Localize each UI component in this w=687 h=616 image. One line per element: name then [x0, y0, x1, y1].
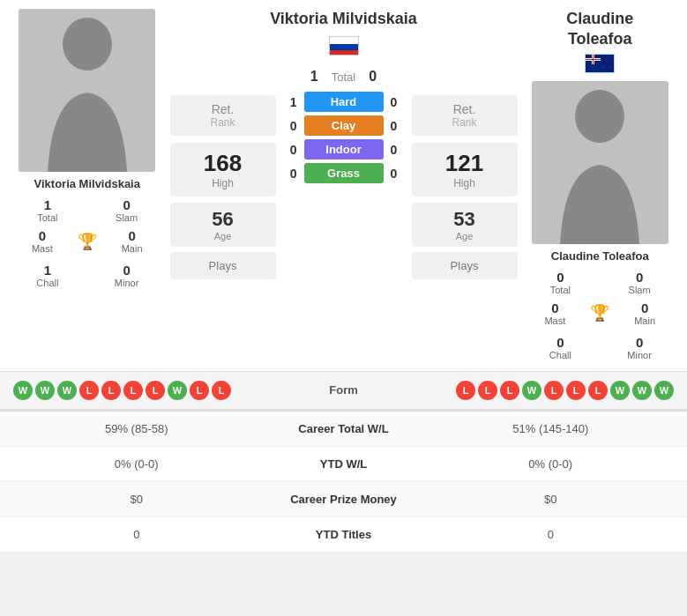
left-player-area: Viktoria Milvidskaia 1 Total 0 Slam 0 Ma…: [9, 9, 166, 362]
surface-row-clay: 0 Clay 0: [281, 115, 407, 136]
form-l1-4: L: [146, 381, 165, 400]
player1-rank-box: Ret. Rank: [170, 95, 276, 136]
player2-chall-label: Chall: [522, 350, 600, 360]
top-area: Viktoria Milvidskaia 1 Total 0 Slam 0 Ma…: [0, 0, 687, 371]
form-l1-5: L: [190, 381, 209, 400]
player1-minor-cell: 0 Minor: [88, 261, 166, 290]
ytd-titles-p1: 0: [18, 528, 256, 541]
form-badges-right: L L L W L L L W W W: [379, 381, 675, 400]
player2-rank-high-box: 121 High: [412, 143, 518, 197]
form-l2-6: L: [588, 381, 608, 400]
player1-chall-value: 1: [9, 263, 86, 278]
player1-silhouette: [39, 18, 136, 172]
svg-point-14: [575, 90, 624, 143]
form-l2-2: L: [478, 381, 497, 400]
player1-rank-high-box: 168 High: [170, 143, 276, 197]
player2-ret-label: Ret.: [425, 102, 504, 116]
player2-chall-value: 0: [522, 335, 600, 350]
grass-p2: 0: [391, 167, 407, 181]
player2-stats-grid: 0 Total 0 Slam: [522, 268, 679, 297]
bottom-stats-table: 59% (85-58) Career Total W/L 51% (145-14…: [0, 410, 687, 553]
player2-age-label: Age: [425, 231, 504, 241]
player1-age-label: Age: [183, 231, 263, 241]
form-w2-3: W: [632, 381, 652, 400]
form-l2-4: L: [544, 381, 564, 400]
player1-mast-label: Mast: [9, 243, 76, 254]
player1-age-box: 56 Age: [170, 203, 276, 247]
player2-photo: [532, 81, 668, 244]
form-l1-3: L: [123, 381, 143, 400]
player2-main-value: 0: [611, 301, 678, 315]
player1-name: Viktoria Milvidskaia: [34, 177, 140, 190]
player1-rank-high: 168: [177, 150, 269, 177]
player2-flag-container: ✦ ✦ ✦ ✦: [585, 54, 615, 76]
player1-flag-container: [329, 36, 359, 58]
nz-flag: ✦ ✦ ✦ ✦: [585, 54, 615, 73]
surfaces-col: 1 Hard 0 0 Clay 0 0 Indoor 0: [281, 92, 407, 183]
player1-chall-grid: 1 Chall 0 Minor: [9, 261, 166, 290]
player2-silhouette: [551, 90, 648, 244]
prize-p1: $0: [18, 493, 256, 506]
total-p2: 0: [369, 69, 377, 85]
form-l2-1: L: [456, 381, 475, 400]
player2-mast-label: Mast: [522, 315, 589, 326]
ytd-wl-label: YTD W/L: [256, 457, 432, 471]
player1-slam-label: Slam: [88, 212, 166, 223]
player2-minor-value: 0: [601, 335, 678, 350]
ytd-titles-row: 0 YTD Titles 0: [0, 517, 687, 553]
total-p1: 1: [310, 69, 318, 85]
player2-age-box: 53 Age: [412, 203, 518, 247]
form-w1-4: W: [168, 381, 187, 400]
svg-point-0: [63, 18, 112, 71]
prize-p2: $0: [432, 493, 670, 506]
svg-rect-9: [586, 59, 601, 60]
trophy2-icon: 🏆: [590, 303, 609, 323]
clay-badge: Clay: [304, 115, 384, 136]
player2-name: Claudine Toleafoa: [551, 249, 649, 263]
right-rank-col: Ret. Rank 121 High 53 Age Plays: [412, 92, 518, 282]
ytd-wl-p1: 0% (0-0): [18, 457, 256, 471]
player2-total-cell: 0 Total: [522, 268, 600, 297]
player2-chall-grid: 0 Chall 0 Minor: [522, 333, 679, 362]
player1-main-cell: 0 Main: [99, 226, 166, 256]
player1-stats-grid: 1 Total 0 Slam: [9, 196, 166, 225]
career-total-p2: 51% (145-140): [432, 422, 670, 435]
player2-mast-value: 0: [522, 301, 589, 315]
prize-money-row: $0 Career Prize Money $0: [0, 482, 687, 517]
grass-badge: Grass: [304, 163, 384, 183]
surface-row-grass: 0 Grass 0: [281, 163, 407, 183]
player1-chall-cell: 1 Chall: [9, 261, 86, 290]
indoor-badge: Indoor: [304, 139, 384, 160]
player2-main-label: Main: [611, 315, 678, 326]
player1-minor-label: Minor: [88, 278, 166, 288]
player1-slam-value: 0: [88, 197, 166, 212]
prize-label: Career Prize Money: [256, 493, 432, 506]
form-l1-6: L: [212, 381, 231, 400]
ytd-wl-row: 0% (0-0) YTD W/L 0% (0-0): [0, 447, 687, 482]
form-l1-1: L: [79, 381, 99, 400]
career-total-label: Career Total W/L: [256, 422, 432, 435]
player1-chall-label: Chall: [9, 278, 86, 288]
form-l2-5: L: [566, 381, 586, 400]
hard-p2: 0: [391, 95, 407, 109]
main-container: Viktoria Milvidskaia 1 Total 0 Slam 0 Ma…: [0, 0, 687, 553]
indoor-p1: 0: [281, 143, 297, 157]
player2-chall-cell: 0 Chall: [522, 333, 600, 362]
player2-age: 53: [425, 208, 504, 231]
player2-minor-cell: 0 Minor: [601, 333, 678, 362]
player2-rank-box: Ret. Rank: [412, 95, 518, 136]
ytd-titles-label: YTD Titles: [256, 528, 432, 541]
player2-plays: Plays: [412, 252, 518, 279]
player1-main-label: Main: [99, 243, 166, 254]
surface-row-indoor: 0 Indoor 0: [281, 139, 407, 160]
player1-total-value: 1: [9, 197, 86, 212]
player2-main-cell: 0 Main: [611, 299, 678, 328]
svg-text:✦: ✦: [610, 60, 613, 63]
svg-rect-1: [330, 37, 359, 44]
player1-mast-cell: 0 Mast: [9, 226, 76, 256]
left-rank-col: Ret. Rank 168 High 56 Age Plays: [170, 92, 276, 282]
player2-minor-label: Minor: [601, 350, 678, 360]
player2-slam-value: 0: [601, 270, 678, 285]
ranks-and-surfaces: Ret. Rank 168 High 56 Age Plays: [170, 92, 518, 282]
player1-name-top: Viktoria Milvidskaia: [270, 9, 417, 29]
